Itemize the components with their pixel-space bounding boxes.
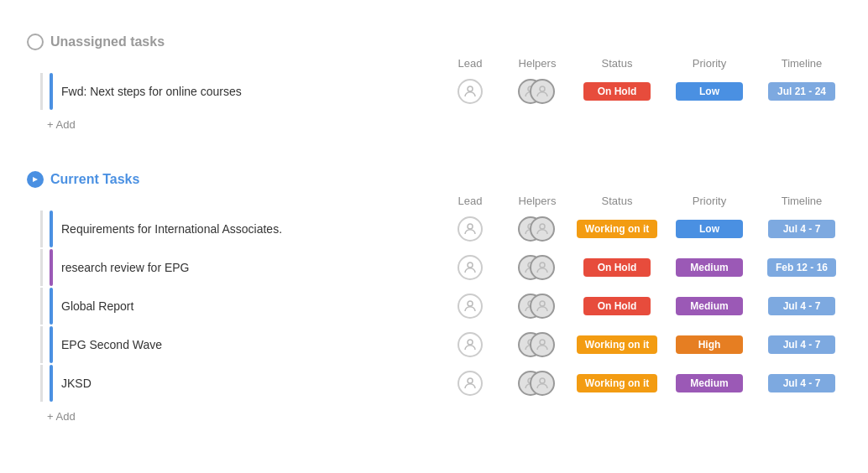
timeline-badge[interactable]: Jul 21 - 24	[768, 82, 835, 101]
svg-point-14	[468, 340, 473, 345]
task-lead[interactable]	[437, 332, 504, 357]
task-name: EPG Second Wave	[61, 330, 437, 360]
task-status[interactable]: Working on it	[571, 374, 663, 392]
priority-badge[interactable]: Medium	[676, 374, 743, 392]
status-badge[interactable]: Working on it	[577, 220, 657, 238]
helpers-avatars	[518, 371, 557, 396]
task-timeline[interactable]: Jul 4 - 7	[756, 335, 848, 354]
status-badge[interactable]: On Hold	[583, 297, 651, 315]
svg-marker-4	[33, 177, 38, 182]
priority-badge[interactable]: Low	[676, 82, 743, 101]
task-lead[interactable]	[437, 294, 504, 319]
task-bar	[50, 211, 53, 247]
section-toggle-unassigned[interactable]	[27, 34, 44, 50]
lead-avatar[interactable]	[458, 294, 483, 319]
task-timeline[interactable]: Jul 4 - 7	[756, 297, 848, 315]
section-title-unassigned: Unassigned tasks	[50, 34, 165, 49]
lead-avatar[interactable]	[458, 79, 483, 104]
svg-point-16	[540, 340, 545, 345]
col-header-priority: Priority	[663, 195, 756, 207]
task-helpers[interactable]	[504, 216, 571, 242]
timeline-badge[interactable]: Jul 4 - 7	[768, 297, 835, 315]
status-badge[interactable]: Working on it	[577, 374, 657, 392]
task-lead[interactable]	[437, 371, 504, 396]
task-priority[interactable]: Low	[663, 82, 756, 101]
task-row[interactable]: Requirements for International Associate…	[40, 211, 848, 247]
col-header-helpers: Helpers	[504, 57, 571, 70]
lead-avatar[interactable]	[458, 255, 483, 280]
task-bar	[50, 288, 53, 325]
task-helpers[interactable]	[504, 79, 571, 104]
svg-point-13	[540, 301, 545, 306]
col-header-status: Status	[571, 57, 663, 70]
task-priority[interactable]: Medium	[663, 374, 756, 392]
task-row[interactable]: research review for EPG On Hold Medium F…	[40, 249, 848, 286]
svg-point-3	[540, 86, 545, 91]
task-priority[interactable]: Medium	[663, 258, 756, 277]
page-title	[0, 0, 868, 34]
task-bar	[50, 249, 53, 286]
task-row[interactable]: Global Report On Hold Medium Jul 4 - 7	[40, 288, 848, 325]
task-lead[interactable]	[437, 216, 504, 242]
col-header-lead: Lead	[437, 195, 504, 207]
task-helpers[interactable]	[504, 255, 571, 280]
helpers-avatars	[518, 294, 557, 319]
col-header-timeline: Timeline	[756, 57, 848, 70]
task-name: Global Report	[61, 291, 437, 321]
svg-point-17	[468, 378, 473, 383]
task-timeline[interactable]: Jul 4 - 7	[756, 220, 848, 238]
task-timeline[interactable]: Feb 12 - 16	[756, 258, 848, 277]
task-status[interactable]: On Hold	[571, 297, 663, 315]
timeline-badge[interactable]: Jul 4 - 7	[768, 220, 835, 238]
priority-badge[interactable]: Low	[676, 220, 743, 238]
lead-avatar[interactable]	[458, 216, 483, 242]
priority-badge[interactable]: Medium	[676, 258, 743, 277]
task-bar	[50, 326, 53, 363]
status-badge[interactable]: On Hold	[583, 82, 651, 101]
svg-marker-0	[33, 39, 38, 44]
timeline-badge[interactable]: Feb 12 - 16	[767, 258, 836, 277]
task-helpers[interactable]	[504, 294, 571, 319]
task-row[interactable]: EPG Second Wave Working on it High Jul 4…	[40, 326, 848, 363]
priority-badge[interactable]: High	[676, 335, 743, 354]
task-lead[interactable]	[437, 255, 504, 280]
col-header-helpers: Helpers	[504, 195, 571, 207]
task-bar	[50, 365, 53, 402]
task-timeline[interactable]: Jul 4 - 7	[756, 374, 848, 392]
task-status[interactable]: On Hold	[571, 258, 663, 277]
section-toggle-current[interactable]	[27, 171, 44, 188]
task-timeline[interactable]: Jul 21 - 24	[756, 82, 848, 101]
helpers-avatars	[518, 255, 557, 280]
priority-badge[interactable]: Medium	[676, 297, 743, 315]
svg-point-10	[540, 262, 545, 268]
task-row[interactable]: Fwd: Next steps for online courses On Ho…	[40, 73, 848, 110]
svg-point-11	[468, 301, 473, 306]
col-header-priority: Priority	[663, 57, 756, 70]
task-status[interactable]: Working on it	[571, 220, 663, 238]
task-status[interactable]: Working on it	[571, 335, 663, 354]
add-task-button-unassigned[interactable]: + Add	[47, 112, 848, 138]
add-label: + Add	[47, 410, 76, 423]
task-name: Fwd: Next steps for online courses	[61, 76, 437, 107]
lead-avatar[interactable]	[458, 332, 483, 357]
task-priority[interactable]: Medium	[663, 297, 756, 315]
section-title-current: Current Tasks	[50, 172, 139, 187]
status-badge[interactable]: On Hold	[583, 258, 651, 277]
task-helpers[interactable]	[504, 332, 571, 357]
timeline-badge[interactable]: Jul 4 - 7	[768, 335, 835, 354]
task-priority[interactable]: Low	[663, 220, 756, 238]
timeline-badge[interactable]: Jul 4 - 7	[768, 374, 835, 392]
status-badge[interactable]: Working on it	[577, 335, 657, 354]
col-header-timeline: Timeline	[756, 195, 848, 207]
svg-point-5	[468, 224, 473, 229]
lead-avatar[interactable]	[458, 371, 483, 396]
task-helpers[interactable]	[504, 371, 571, 396]
svg-point-19	[540, 378, 545, 383]
task-lead[interactable]	[437, 79, 504, 104]
add-task-button-current[interactable]: + Add	[47, 403, 848, 429]
task-priority[interactable]: High	[663, 335, 756, 354]
task-row[interactable]: JKSD Working on it Medium Jul 4 - 7	[40, 365, 848, 402]
task-status[interactable]: On Hold	[571, 82, 663, 101]
col-header-status: Status	[571, 195, 663, 207]
helpers-avatars	[518, 79, 557, 104]
